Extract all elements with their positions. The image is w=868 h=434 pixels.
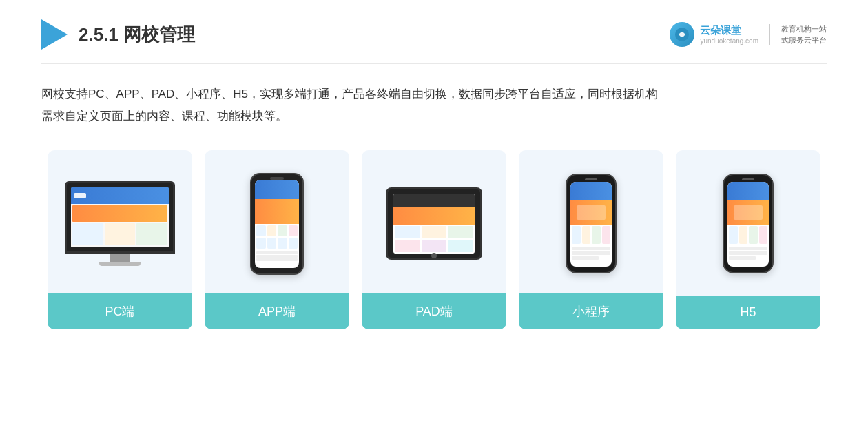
brand-url: yunduoketang.com [700,37,758,45]
description: 网校支持PC、APP、PAD、小程序、H5，实现多端打通，产品各终端自由切换，数… [41,83,827,128]
cards-section: PC端 [41,150,827,329]
miniapp-device [530,165,652,282]
card-pad-label: PAD端 [362,293,506,329]
pc-monitor-icon [65,181,175,266]
card-app: APP端 [205,150,349,329]
card-pad: PAD端 [362,150,506,329]
description-line2: 需求自定义页面上的内容、课程、功能模块等。 [41,105,827,127]
description-line1: 网校支持PC、APP、PAD、小程序、H5，实现多端打通，产品各终端自由切换，数… [41,83,827,105]
brand-logo: 云朵课堂 yunduoketang.com [670,22,758,47]
card-miniapp-label: 小程序 [519,293,663,329]
brand-slogan: 教育机构一站 式服务云平台 [781,23,827,46]
header-divider [769,24,770,45]
app-device [216,165,338,282]
page-title: 2.5.1 网校管理 [79,23,195,47]
h5-device [687,165,809,282]
pc-device [59,165,181,282]
card-miniapp: 小程序 [519,150,663,329]
card-pc-label: PC端 [48,293,192,329]
brand-icon [670,22,694,47]
logo-triangle-icon [41,19,68,50]
header-left: 2.5.1 网校管理 [41,19,195,50]
pad-tablet-icon [386,187,482,260]
app-phone-icon [250,173,304,275]
miniapp-phone-icon [566,174,617,273]
brand-name: 云朵课堂 [700,24,741,37]
card-h5: H5 [676,150,820,329]
page: 2.5.1 网校管理 云朵课堂 yunduoketang.com 教育机构一站 [0,0,868,434]
header: 2.5.1 网校管理 云朵课堂 yunduoketang.com 教育机构一站 [41,0,827,64]
brand-info: 云朵课堂 yunduoketang.com [700,24,758,45]
header-right: 云朵课堂 yunduoketang.com 教育机构一站 式服务云平台 [670,22,827,47]
h5-phone-icon [723,174,774,273]
pad-device [373,165,495,282]
card-app-label: APP端 [205,293,349,329]
card-pc: PC端 [48,150,192,329]
card-h5-label: H5 [676,296,820,329]
